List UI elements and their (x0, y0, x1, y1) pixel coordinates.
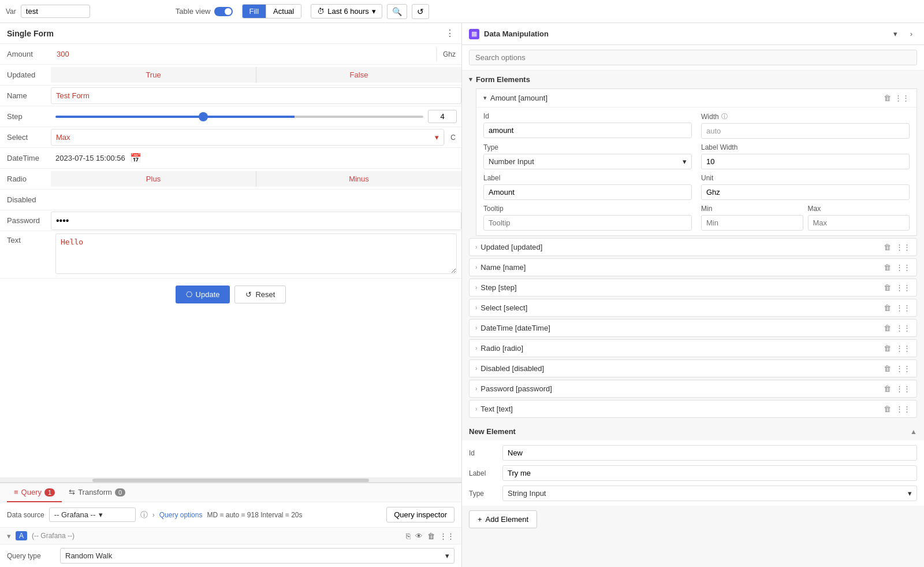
name-input[interactable] (51, 87, 461, 104)
amount-chevron-icon[interactable]: ▾ (483, 94, 487, 102)
step-delete-icon[interactable]: 🗑 (884, 283, 891, 292)
datetime-delete-icon[interactable]: 🗑 (884, 324, 891, 332)
horizontal-scrollbar[interactable] (0, 477, 461, 482)
query-id-badge: A (16, 531, 27, 540)
query-inspector-button[interactable]: Query inspector (386, 507, 454, 522)
select-drag-icon[interactable]: ⋮⋮ (896, 303, 911, 312)
actual-button[interactable]: Actual (266, 5, 301, 18)
name-drag-icon[interactable]: ⋮⋮ (896, 263, 911, 272)
drag-icon[interactable]: ⋮⋮ (439, 532, 454, 540)
form-elements-section-header[interactable]: ▾ Form Elements (462, 71, 924, 88)
query-controls: Data source -- Grafana -- ▾ ⓘ › Query op… (0, 502, 461, 528)
label-field-input[interactable] (483, 184, 692, 200)
query-options-link[interactable]: Query options (159, 511, 203, 519)
query-type-select[interactable]: Random Walk ▾ (60, 548, 454, 564)
data-source-info-icon[interactable]: ⓘ (140, 510, 148, 520)
password-label: Password (0, 213, 51, 228)
unit-field-label: Unit (701, 174, 910, 182)
type-field-select[interactable]: Number Input ▾ (483, 154, 692, 169)
text-textarea[interactable]: Hello (55, 234, 457, 274)
right-panel-close-btn[interactable]: › (906, 28, 917, 40)
fill-button[interactable]: Fill (243, 5, 267, 18)
name-delete-icon[interactable]: 🗑 (884, 263, 891, 272)
text-delete-icon[interactable]: 🗑 (884, 405, 891, 413)
tooltip-field-input[interactable] (483, 215, 692, 231)
max-field-input[interactable] (808, 215, 910, 231)
select-label: Select (0, 129, 51, 145)
disabled-drag-icon[interactable]: ⋮⋮ (896, 364, 911, 373)
updated-true-button[interactable]: True (51, 67, 256, 83)
select-delete-icon[interactable]: 🗑 (884, 303, 891, 312)
step-drag-icon[interactable]: ⋮⋮ (896, 283, 911, 292)
password-delete-icon[interactable]: 🗑 (884, 384, 891, 393)
form-row-amount: Amount Ghz (0, 44, 461, 65)
step-slider[interactable] (55, 116, 423, 118)
visibility-icon[interactable]: 👁 (415, 532, 423, 540)
password-chevron-icon[interactable]: › (475, 386, 477, 392)
id-field-input[interactable] (483, 123, 692, 138)
data-source-select[interactable]: -- Grafana -- ▾ (49, 507, 136, 522)
new-element-section: New Element ▲ Id Label (462, 423, 924, 528)
updated-chevron-icon[interactable]: › (475, 244, 477, 250)
min-field-input[interactable] (701, 215, 803, 231)
select-input[interactable]: Max ▾ (51, 129, 444, 146)
name-chevron-icon[interactable]: › (475, 264, 477, 270)
top-bar: Var Table view Fill Actual ⏱ Last 6 hour… (0, 0, 924, 23)
radio-drag-icon[interactable]: ⋮⋮ (896, 344, 911, 353)
amount-input[interactable] (51, 46, 437, 62)
disabled-delete-icon[interactable]: 🗑 (884, 364, 891, 373)
label-width-field-input[interactable] (701, 154, 910, 169)
query-expand-icon[interactable]: ▾ (7, 532, 11, 540)
datetime-drag-icon[interactable]: ⋮⋮ (896, 324, 911, 332)
label-width-field-group: Label Width (701, 143, 910, 169)
new-type-select[interactable]: String Input ▾ (502, 486, 917, 501)
password-drag-icon[interactable]: ⋮⋮ (896, 384, 911, 393)
radio-chevron-icon[interactable]: › (475, 345, 477, 351)
delete-icon[interactable]: 🗑 (427, 532, 435, 540)
updated-false-button[interactable]: False (256, 67, 461, 83)
disabled-chevron-icon[interactable]: › (475, 365, 477, 372)
calendar-icon[interactable]: 📅 (130, 153, 141, 164)
tab-transform[interactable]: ⇆ Transform 0 (62, 483, 132, 502)
unit-field-input[interactable] (701, 184, 910, 200)
radio-plus-button[interactable]: Plus (51, 171, 256, 187)
step-chevron-icon[interactable]: › (475, 284, 477, 291)
copy-icon[interactable]: ⎘ (406, 532, 411, 540)
datetime-element-header: › DateTime [dateTime] 🗑 ⋮⋮ (470, 320, 916, 336)
datetime-chevron-icon[interactable]: › (475, 325, 477, 331)
new-label-input[interactable] (502, 465, 917, 481)
right-panel-expand-btn[interactable]: ▾ (889, 28, 902, 40)
updated-delete-icon[interactable]: 🗑 (884, 243, 891, 251)
query-type-label: Query type (7, 552, 53, 560)
new-element-title: New Element (469, 427, 516, 436)
password-input[interactable] (51, 212, 461, 230)
text-drag-icon[interactable]: ⋮⋮ (896, 405, 911, 413)
radio-minus-button[interactable]: Minus (256, 171, 461, 187)
var-input[interactable] (21, 5, 90, 18)
time-range-button[interactable]: ⏱ Last 6 hours ▾ (311, 4, 382, 18)
radio-delete-icon[interactable]: 🗑 (884, 344, 891, 353)
table-view-label: Table view (176, 7, 211, 16)
name-element-title: Name [name] (480, 263, 884, 272)
updated-bool-group: True False (51, 67, 461, 83)
new-id-input[interactable] (502, 445, 917, 461)
tab-query[interactable]: ≡ Query 1 (7, 483, 62, 502)
amount-drag-icon[interactable]: ⋮⋮ (895, 94, 910, 102)
add-element-button[interactable]: + Add Element (469, 510, 537, 528)
select-chevron-icon[interactable]: › (475, 305, 477, 311)
table-view-switch[interactable] (214, 7, 233, 16)
update-button[interactable]: ⎔ Update (176, 286, 230, 303)
step-value-input[interactable] (428, 110, 457, 123)
amount-delete-icon[interactable]: 🗑 (884, 94, 891, 102)
refresh-button[interactable]: ↺ (412, 4, 429, 19)
search-input[interactable] (469, 50, 917, 65)
updated-drag-icon[interactable]: ⋮⋮ (896, 243, 911, 251)
tab-transform-label: Transform (78, 488, 112, 496)
form-menu-button[interactable]: ⋮ (445, 28, 454, 39)
text-chevron-icon[interactable]: › (475, 406, 477, 412)
new-element-collapse-icon[interactable]: ▲ (910, 428, 917, 436)
reset-button[interactable]: ↺ Reset (234, 286, 286, 303)
width-field-input[interactable] (701, 123, 910, 139)
unit-field-group: Unit (701, 174, 910, 200)
zoom-out-button[interactable]: 🔍 (387, 4, 407, 19)
